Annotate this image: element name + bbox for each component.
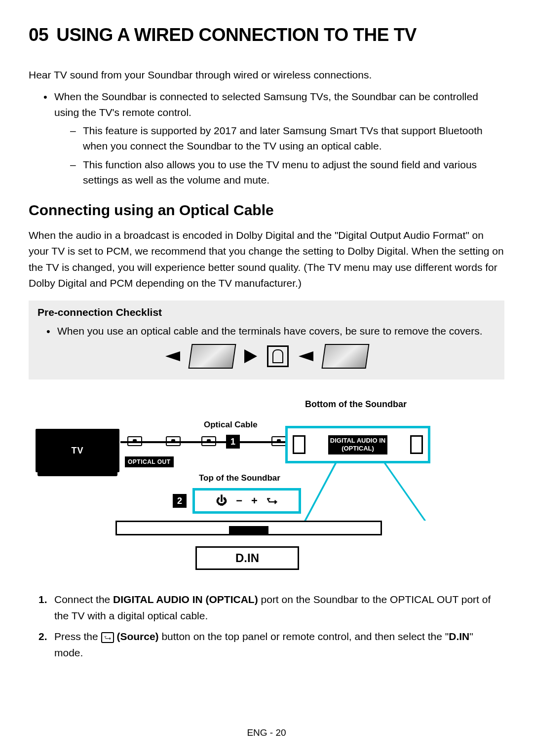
plug-open-icon [267, 345, 289, 367]
plug-with-cover-icon [188, 344, 236, 369]
checklist-box: Pre-connection Checklist When you use an… [29, 301, 504, 380]
port-icon [410, 435, 423, 454]
section-number: 05 [29, 25, 48, 45]
step-1-text: Connect the DIGITAL AUDIO IN (OPTICAL) p… [38, 592, 504, 624]
power-icon: ⏻ [216, 494, 227, 507]
tv-illustration: TV [36, 429, 119, 472]
cable-connector-icon [201, 436, 216, 446]
din-display: D.IN [195, 546, 299, 570]
soundbar-body-illustration [115, 521, 382, 535]
digital-in-line2: (OPTICAL) [342, 445, 374, 452]
step-2-text: Press the ⮑ (Source) button on the top p… [38, 629, 504, 661]
source-button-icon: ⮑ [101, 632, 114, 643]
callout-line [384, 463, 426, 521]
plug-without-cover-icon [321, 344, 369, 369]
step-2-badge: 2 [173, 494, 187, 508]
minus-icon: − [236, 494, 242, 507]
numbered-steps: Connect the DIGITAL AUDIO IN (OPTICAL) p… [38, 592, 504, 661]
step2-bold2: D.IN [449, 631, 469, 642]
checklist-title: Pre-connection Checklist [38, 306, 495, 318]
arrow-right-icon [244, 349, 257, 363]
step2-mid: button on the top panel or remote contro… [159, 631, 449, 642]
bullet-main: When the Soundbar is connected to select… [43, 89, 504, 188]
digital-in-line1: DIGITAL AUDIO IN [330, 437, 385, 444]
cover-removal-illustration [38, 344, 495, 369]
dash-item-1: This feature is supported by 2017 and la… [70, 123, 504, 154]
port-icon [293, 435, 305, 454]
soundbar-top-panel: ⏻ − + ⮑ [192, 488, 301, 514]
connection-diagram: Bottom of the Soundbar Optical Cable TV … [29, 399, 504, 577]
callout-line [304, 463, 337, 521]
cable-connector-icon [166, 436, 181, 446]
step2-pre: Press the [54, 631, 101, 642]
checklist-item: When you use an optical cable and the te… [46, 323, 495, 340]
optical-out-label: OPTICAL OUT [125, 456, 174, 467]
dash-item-2: This function also allows you to use the… [70, 157, 504, 188]
section-heading: 05USING A WIRED CONNECTION TO THE TV [29, 25, 504, 45]
soundbar-display-window [229, 526, 268, 534]
arrow-left-icon [299, 351, 313, 361]
digital-audio-in-label: DIGITAL AUDIO IN (OPTICAL) [328, 435, 387, 454]
step-1-badge: 1 [226, 435, 240, 449]
section-title-text: USING A WIRED CONNECTION TO THE TV [56, 25, 417, 45]
label-optical-cable: Optical Cable [204, 420, 258, 430]
plus-icon: + [251, 494, 258, 507]
cable-plug-icon [127, 436, 142, 446]
body-paragraph: When the audio in a broadcast is encoded… [29, 227, 504, 292]
cable-plug-icon [271, 436, 286, 446]
label-top-soundbar: Top of the Soundbar [199, 473, 280, 483]
tv-stand-illustration [38, 472, 117, 476]
bullet-main-text: When the Soundbar is connected to select… [54, 91, 478, 118]
source-icon: ⮑ [266, 494, 277, 507]
step1-bold: DIGITAL AUDIO IN (OPTICAL) [113, 594, 258, 605]
label-bottom-soundbar: Bottom of the Soundbar [305, 399, 407, 410]
step1-pre: Connect the [54, 594, 113, 605]
arrow-left-icon [165, 351, 180, 361]
tv-label: TV [38, 432, 116, 469]
soundbar-back-panel: DIGITAL AUDIO IN (OPTICAL) [285, 426, 430, 463]
subheading-optical: Connecting using an Optical Cable [29, 202, 504, 219]
step2-bold: (Source) [116, 631, 158, 642]
intro-paragraph: Hear TV sound from your Soundbar through… [29, 67, 504, 83]
page-footer: ENG - 20 [0, 727, 533, 738]
